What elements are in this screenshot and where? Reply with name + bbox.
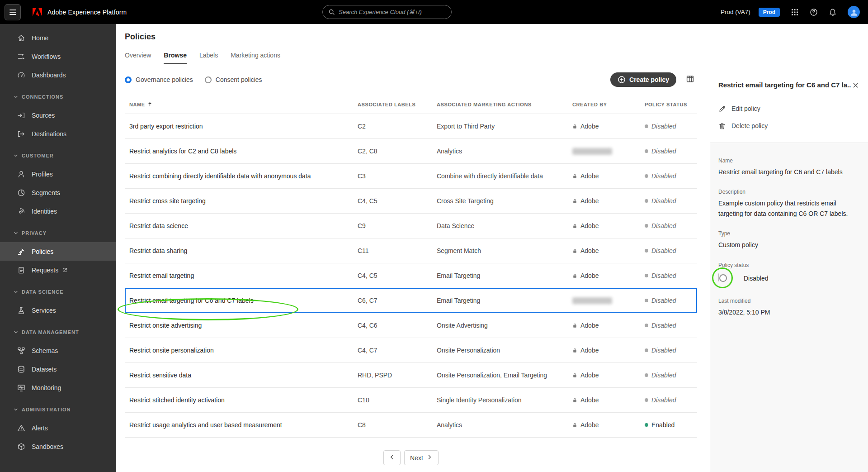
previous-page-button[interactable] bbox=[383, 450, 401, 465]
global-search[interactable] bbox=[322, 5, 452, 19]
sidebar-section-data-science[interactable]: DATA SCIENCE bbox=[0, 283, 116, 301]
sidebar-item-profiles[interactable]: Profiles bbox=[0, 165, 116, 183]
schemas-icon bbox=[17, 347, 25, 355]
chevron-down-icon bbox=[14, 231, 18, 235]
datasets-icon bbox=[17, 365, 25, 373]
sidebar-item-home[interactable]: Home bbox=[0, 29, 116, 47]
tab-labels[interactable]: Labels bbox=[199, 48, 218, 64]
policy-name-cell: 3rd party export restriction bbox=[125, 123, 353, 130]
sidebar-section-customer[interactable]: CUSTOMER bbox=[0, 147, 116, 165]
sidebar-item-dashboards[interactable]: Dashboards bbox=[0, 66, 116, 84]
table-row[interactable]: Restrict stitched identity activationC10… bbox=[125, 388, 697, 413]
column-header-name[interactable]: NAME bbox=[125, 102, 353, 107]
sidebar-item-workflows[interactable]: Workflows bbox=[0, 47, 116, 66]
policy-name-cell: Restrict combining directly identifiable… bbox=[125, 172, 353, 180]
profiles-icon bbox=[17, 170, 25, 178]
delete-policy-button[interactable]: Delete policy bbox=[718, 119, 860, 133]
table-row[interactable]: Restrict onsite advertisingC4, C6Onsite … bbox=[125, 313, 697, 338]
policy-name-cell: Restrict email targeting for C6 and C7 l… bbox=[125, 297, 353, 304]
created-by-value: Adobe bbox=[580, 197, 599, 205]
sidebar-section-administration[interactable]: ADMINISTRATION bbox=[0, 400, 116, 419]
chevron-right-icon bbox=[426, 454, 433, 462]
sidebar-item-alerts[interactable]: Alerts bbox=[0, 419, 116, 437]
marketing-actions-cell: Combine with directly identifiable data bbox=[432, 172, 568, 180]
edit-policy-button[interactable]: Edit policy bbox=[718, 102, 860, 115]
table-row[interactable]: Restrict usage analytics and user based … bbox=[125, 413, 697, 438]
sidebar-section-connections[interactable]: CONNECTIONS bbox=[0, 88, 116, 106]
associated-labels-cell: C6, C7 bbox=[353, 297, 432, 304]
pencil-icon bbox=[718, 105, 726, 113]
table-row[interactable]: 3rd party export restrictionC2Export to … bbox=[125, 114, 697, 139]
policy-status-toggle[interactable] bbox=[718, 273, 719, 281]
associated-labels-cell: C3 bbox=[353, 172, 432, 180]
policy-status-cell: Enabled bbox=[640, 421, 697, 429]
search-input[interactable] bbox=[339, 9, 446, 15]
status-dot bbox=[645, 348, 648, 352]
next-page-button[interactable]: Next bbox=[404, 450, 439, 465]
table-row[interactable]: Restrict sensitive dataRHD, PSPDOnsite P… bbox=[125, 363, 697, 388]
sidebar-item-monitoring[interactable]: Monitoring bbox=[0, 378, 116, 397]
sidebar-item-destinations[interactable]: Destinations bbox=[0, 124, 116, 143]
policy-status-cell: Disabled bbox=[640, 148, 697, 155]
tab-marketing-actions[interactable]: Marketing actions bbox=[231, 48, 280, 64]
table-row[interactable]: Restrict onsite personalizationC4, C7Ons… bbox=[125, 338, 697, 363]
radio-governance-policies[interactable]: Governance policies bbox=[125, 76, 193, 83]
table-row[interactable]: Restrict email targetingC4, C5Email Targ… bbox=[125, 263, 697, 288]
sidebar-item-policies[interactable]: Policies bbox=[0, 242, 116, 261]
sidebar-item-services[interactable]: Services bbox=[0, 301, 116, 319]
table-row[interactable]: Restrict data scienceC9Data ScienceAdobe… bbox=[125, 214, 697, 238]
lock-icon bbox=[572, 174, 577, 179]
edit-policy-label: Edit policy bbox=[731, 105, 760, 112]
policy-status-cell: Disabled bbox=[640, 222, 697, 229]
table-header: NAME ASSOCIATED LABELS ASSOCIATED MARKET… bbox=[125, 95, 697, 114]
type-field-label: Type bbox=[718, 230, 860, 237]
associated-labels-cell: C2, C8 bbox=[353, 148, 432, 155]
table-row[interactable]: Restrict cross site targetingC4, C5Cross… bbox=[125, 189, 697, 214]
table-row[interactable]: Restrict email targeting for C6 and C7 l… bbox=[125, 288, 697, 313]
chevron-down-icon bbox=[14, 153, 18, 158]
environment-badge: Prod bbox=[759, 8, 780, 17]
create-policy-button[interactable]: Create policy bbox=[610, 72, 676, 87]
associated-labels-cell: C8 bbox=[353, 421, 432, 429]
table-row[interactable]: Restrict combining directly identifiable… bbox=[125, 164, 697, 189]
apps-grid-icon[interactable] bbox=[791, 8, 799, 16]
created-by-cell: Adobe bbox=[568, 123, 640, 130]
hamburger-menu-button[interactable] bbox=[5, 4, 21, 20]
segments-icon bbox=[17, 189, 25, 197]
sidebar-item-identities[interactable]: Identities bbox=[0, 202, 116, 220]
tab-browse[interactable]: Browse bbox=[164, 48, 187, 64]
table-row[interactable]: Restrict analytics for C2 and C8 labelsC… bbox=[125, 139, 697, 164]
sidebar-item-requests[interactable]: Requests bbox=[0, 261, 116, 279]
tab-bar: OverviewBrowseLabelsMarketing actions bbox=[125, 48, 697, 64]
marketing-actions-cell: Onsite Personalization, Email Targeting bbox=[432, 372, 568, 379]
table-row[interactable]: Restrict data sharingC11Segment MatchAdo… bbox=[125, 238, 697, 263]
close-panel-button[interactable] bbox=[851, 81, 860, 91]
created-by-cell: Adobe bbox=[568, 372, 640, 379]
sidebar-item-segments[interactable]: Segments bbox=[0, 183, 116, 202]
status-dot bbox=[645, 124, 648, 128]
sidebar-item-sources[interactable]: Sources bbox=[0, 106, 116, 124]
policy-status-cell: Disabled bbox=[640, 347, 697, 354]
tab-overview[interactable]: Overview bbox=[125, 48, 151, 64]
bell-icon[interactable] bbox=[829, 8, 837, 16]
created-by-value: Adobe bbox=[580, 172, 599, 180]
sidebar-item-datasets[interactable]: Datasets bbox=[0, 360, 116, 378]
radio-dot bbox=[125, 76, 132, 83]
column-header-associated-labels: ASSOCIATED LABELS bbox=[353, 102, 432, 107]
help-icon[interactable] bbox=[810, 8, 818, 16]
policies-icon bbox=[17, 248, 25, 256]
column-settings-button[interactable] bbox=[683, 72, 697, 87]
associated-labels-cell: C11 bbox=[353, 247, 432, 254]
page-title: Policies bbox=[125, 32, 697, 42]
sidebar-item-schemas[interactable]: Schemas bbox=[0, 341, 116, 360]
chevron-down-icon bbox=[14, 330, 18, 334]
sidebar-section-privacy[interactable]: PRIVACY bbox=[0, 224, 116, 242]
radio-consent-policies[interactable]: Consent policies bbox=[205, 76, 262, 83]
status-dot bbox=[645, 373, 648, 377]
sidebar-item-sandboxes[interactable]: Sandboxes bbox=[0, 437, 116, 456]
description-field-label: Description bbox=[718, 189, 860, 195]
avatar[interactable] bbox=[848, 6, 860, 18]
sidebar-section-data-management[interactable]: DATA MANAGEMENT bbox=[0, 323, 116, 341]
marketing-actions-cell: Cross Site Targeting bbox=[432, 197, 568, 205]
sort-ascending-icon bbox=[147, 102, 152, 107]
